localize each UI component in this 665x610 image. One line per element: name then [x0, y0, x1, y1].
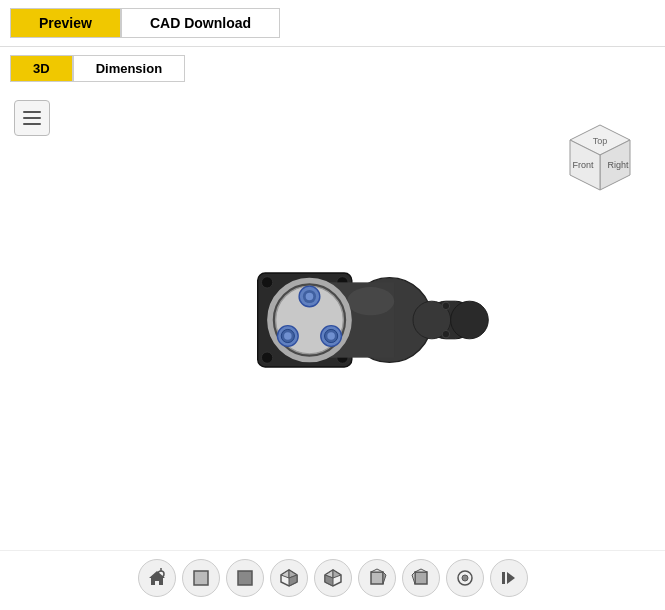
tab-3d[interactable]: 3D: [10, 55, 73, 82]
fit-view-button[interactable]: [490, 559, 528, 597]
top-icon: [455, 568, 475, 588]
iso1-view-button[interactable]: [270, 559, 308, 597]
svg-point-30: [442, 330, 450, 338]
menu-icon-button[interactable]: [14, 100, 50, 136]
svg-marker-52: [507, 572, 515, 584]
svg-point-16: [450, 301, 488, 339]
iso4-view-button[interactable]: [402, 559, 440, 597]
iso3-view-button[interactable]: [358, 559, 396, 597]
tab-dimension[interactable]: Dimension: [73, 55, 185, 82]
primary-tab-bar: Preview CAD Download: [0, 0, 665, 47]
view-toolbar: [0, 550, 665, 605]
back-view-button[interactable]: [226, 559, 264, 597]
svg-point-29: [442, 302, 450, 310]
svg-point-9: [261, 352, 272, 363]
svg-rect-34: [194, 571, 208, 585]
svg-text:Top: Top: [593, 136, 608, 146]
svg-point-51: [462, 575, 468, 581]
svg-rect-35: [238, 571, 252, 585]
back-icon: [235, 568, 255, 588]
footer: ©2021 powered by CADENAS: [0, 605, 665, 610]
svg-marker-45: [371, 569, 383, 572]
iso1-icon: [279, 568, 299, 588]
svg-text:Right: Right: [607, 160, 629, 170]
svg-point-21: [305, 293, 313, 301]
home-view-button[interactable]: [138, 559, 176, 597]
tab-cad-download[interactable]: CAD Download: [121, 8, 280, 38]
home-icon: [147, 568, 167, 588]
svg-point-7: [261, 277, 272, 288]
iso2-view-button[interactable]: [314, 559, 352, 597]
secondary-tab-bar: 3D Dimension: [0, 47, 665, 90]
front-view-button[interactable]: [182, 559, 220, 597]
svg-marker-43: [333, 570, 341, 578]
svg-text:Front: Front: [572, 160, 594, 170]
iso4-icon: [411, 568, 431, 588]
svg-marker-37: [281, 570, 289, 578]
svg-point-28: [347, 287, 394, 315]
svg-point-24: [284, 332, 292, 340]
front-icon: [191, 568, 211, 588]
svg-marker-46: [383, 572, 386, 584]
menu-line-1: [23, 111, 41, 113]
menu-line-3: [23, 123, 41, 125]
cube-svg: Top Front Right: [555, 110, 645, 200]
iso2-icon: [323, 568, 343, 588]
fit-icon: [499, 568, 519, 588]
navigation-cube[interactable]: Top Front Right: [555, 110, 645, 200]
svg-rect-53: [502, 572, 505, 584]
3d-part-container: [173, 190, 493, 450]
svg-rect-47: [415, 572, 427, 584]
svg-point-27: [327, 332, 335, 340]
svg-marker-49: [415, 569, 427, 572]
iso3-icon: [367, 568, 387, 588]
top-view-button[interactable]: [446, 559, 484, 597]
svg-marker-31: [149, 571, 165, 585]
svg-marker-48: [412, 572, 415, 584]
svg-rect-44: [371, 572, 383, 584]
viewport[interactable]: Top Front Right: [0, 90, 665, 550]
menu-line-2: [23, 117, 41, 119]
tab-preview[interactable]: Preview: [10, 8, 121, 38]
part-svg: [173, 190, 493, 450]
